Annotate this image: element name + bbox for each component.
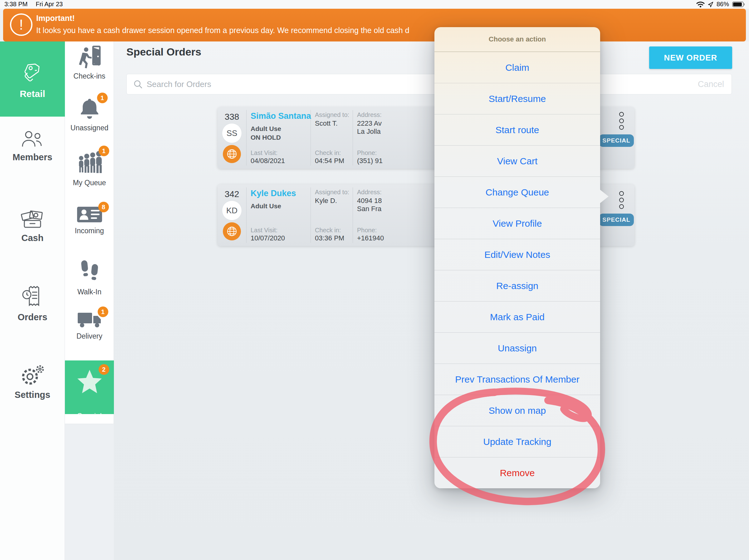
menu-item-prev-transactions[interactable]: Prev Transactions Of Member	[434, 363, 600, 395]
queue-item-label: Unassigned	[65, 124, 114, 132]
queue-item-label: Check-ins	[65, 72, 114, 81]
menu-item-update-tracking[interactable]: Update Tracking	[434, 426, 600, 457]
sidebar-item-label: Orders	[0, 312, 65, 322]
people-group-icon: 1	[76, 150, 103, 175]
status-time: 3:38 PM	[4, 1, 27, 8]
menu-item-change-queue[interactable]: Change Queue	[434, 177, 600, 208]
order-status: ON HOLD	[251, 134, 281, 141]
new-order-button[interactable]: NEW ORDER	[649, 46, 732, 69]
last-visit-value: 04/08/2021	[251, 157, 285, 165]
address-label: Address:	[357, 189, 382, 196]
queue-item-label: Walk-In	[65, 288, 114, 296]
menu-item-edit-view-notes[interactable]: Edit/View Notes	[434, 239, 600, 270]
page-title: Special Orders	[126, 46, 201, 58]
sidebar-item-cash[interactable]: Cash	[0, 209, 65, 243]
checkin-value: 04:54 PM	[315, 157, 344, 165]
queue-badge: 1	[98, 307, 108, 317]
order-type: Adult Use	[251, 202, 281, 210]
status-date: Fri Apr 23	[36, 1, 63, 8]
phone-label: Phone:	[357, 149, 377, 157]
door-walk-icon	[78, 45, 102, 69]
assigned-value: Scott T.	[315, 119, 338, 128]
menu-item-show-on-map[interactable]: Show on map	[434, 395, 600, 426]
app-screen: 3:38 PM Fri Apr 23 86% ! Important! It l…	[0, 0, 749, 560]
menu-item-remove[interactable]: Remove	[434, 457, 600, 488]
menu-item-unassign[interactable]: Unassign	[434, 332, 600, 363]
checkin-label: Check in:	[315, 227, 341, 234]
search-icon	[133, 80, 143, 89]
sidebar-item-settings[interactable]: Settings	[0, 364, 65, 400]
row-actions-menu-icon[interactable]	[619, 112, 624, 130]
address-line2: San Fra	[357, 205, 381, 213]
id-card-icon: 8	[77, 206, 103, 223]
menu-item-start-resume[interactable]: Start/Resume	[434, 83, 600, 114]
queue-item-special[interactable]: 2 Special	[65, 360, 114, 414]
truck-icon: 1	[77, 311, 102, 329]
address-line2: La Jolla	[357, 128, 381, 136]
sidebar-item-label: Settings	[0, 390, 65, 400]
sidebar-item-retail[interactable]: Retail	[0, 42, 65, 117]
avatar: SS	[222, 123, 242, 143]
menu-item-view-profile[interactable]: View Profile	[434, 208, 600, 239]
assigned-label: Assigned to:	[315, 189, 349, 196]
price-tags-icon	[20, 59, 45, 84]
assigned-label: Assigned to:	[315, 111, 349, 118]
order-number: 342	[217, 189, 246, 199]
search-cancel-button[interactable]: Cancel	[698, 74, 724, 94]
address-label: Address:	[357, 111, 382, 118]
assigned-value: Kyle D.	[315, 197, 337, 205]
customer-name[interactable]: Kyle Dukes	[251, 189, 296, 198]
queue-sidebar: Check-ins 1 Unassigned 1	[65, 42, 114, 424]
sidebar-item-orders[interactable]: Orders	[0, 285, 65, 322]
globe-icon	[223, 145, 241, 163]
main-content: Special Orders NEW ORDER Search for Orde…	[114, 42, 749, 560]
last-visit-label: Last Visit:	[251, 149, 277, 157]
popover-title: Choose an action	[434, 27, 600, 52]
action-popover: Choose an action Claim Start/Resume Star…	[434, 27, 600, 488]
search-placeholder: Search for Orders	[147, 74, 211, 94]
star-icon: 2	[76, 368, 103, 394]
popover-arrow	[600, 189, 608, 204]
queue-item-label: My Queue	[65, 179, 114, 187]
avatar: KD	[222, 201, 242, 220]
banner-message: It looks you have a cash drawer session …	[36, 26, 409, 35]
sidebar-item-members[interactable]: Members	[0, 130, 65, 162]
menu-item-re-assign[interactable]: Re-assign	[434, 270, 600, 301]
warning-banner[interactable]: ! Important! It looks you have a cash dr…	[3, 9, 746, 42]
checkin-label: Check in:	[315, 149, 341, 157]
queue-badge: 8	[98, 202, 109, 212]
last-visit-label: Last Visit:	[251, 227, 277, 234]
sidebar-item-label: Cash	[0, 233, 65, 243]
queue-item-my-queue[interactable]: 1 My Queue	[65, 150, 114, 187]
queue-item-incoming[interactable]: 8 Incoming	[65, 206, 114, 235]
menu-item-mark-as-paid[interactable]: Mark as Paid	[434, 301, 600, 332]
queue-item-check-ins[interactable]: Check-ins	[65, 45, 114, 81]
menu-item-view-cart[interactable]: View Cart	[434, 145, 600, 177]
last-visit-value: 10/07/2020	[251, 234, 285, 242]
address-line1: 4094 18	[357, 197, 382, 205]
queue-item-unassigned[interactable]: 1 Unassigned	[65, 97, 114, 132]
queue-item-label: Delivery	[65, 332, 114, 340]
queue-item-delivery[interactable]: 1 Delivery	[65, 311, 114, 340]
row-actions-menu-icon[interactable]	[619, 191, 624, 209]
customer-name[interactable]: Simão Santana	[251, 111, 311, 121]
search-bar[interactable]: Search for Orders Cancel	[126, 74, 732, 94]
phone-value: +161940	[357, 234, 384, 242]
phone-value: (351) 91	[357, 157, 383, 165]
menu-item-claim[interactable]: Claim	[434, 52, 600, 83]
gears-icon	[0, 364, 65, 387]
battery-icon	[732, 1, 745, 7]
queue-item-label: Special	[65, 411, 114, 420]
globe-icon	[223, 222, 241, 240]
receipt-clock-icon	[0, 285, 65, 309]
battery-percent: 86%	[716, 1, 729, 8]
queue-item-walk-in[interactable]: Walk-In	[65, 260, 114, 296]
exclamation-icon: !	[10, 14, 33, 36]
members-icon	[0, 130, 65, 149]
address-line1: 2223 Av	[357, 119, 382, 128]
menu-item-start-route[interactable]: Start route	[434, 114, 600, 145]
cash-drawer-icon	[0, 209, 65, 230]
order-type: Adult Use	[251, 125, 281, 133]
queue-badge: 1	[97, 93, 108, 103]
special-badge: SPECIAL	[599, 134, 634, 147]
